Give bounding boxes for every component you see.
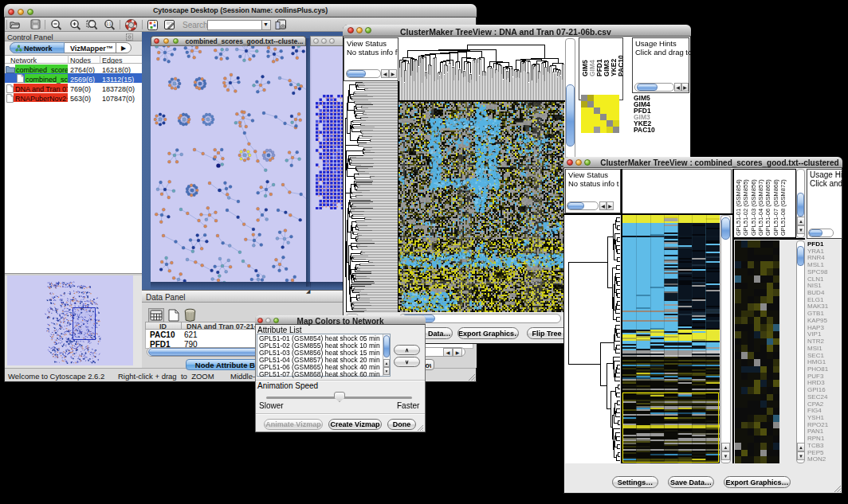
- svg-text:1:1: 1:1: [106, 22, 112, 26]
